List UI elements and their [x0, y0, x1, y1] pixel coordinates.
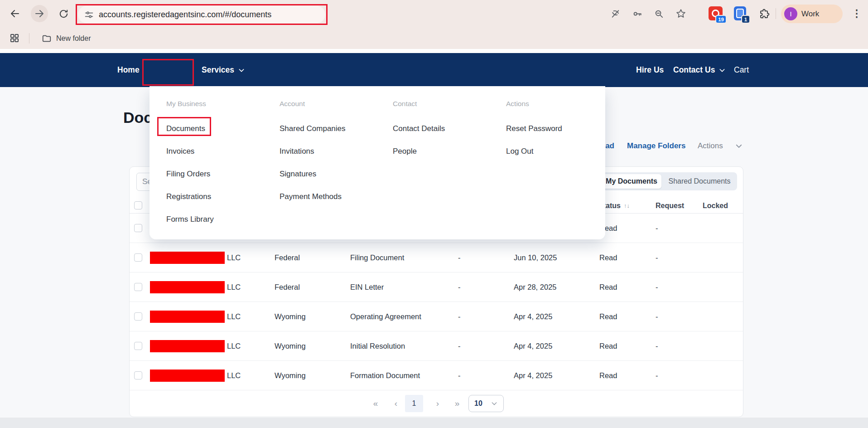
redacted-company-name: [150, 311, 225, 323]
redacted-company-name: [150, 281, 225, 293]
profile-chip[interactable]: I Work: [781, 5, 843, 23]
site-settings-icon: [84, 10, 94, 19]
menu-section-contact: Contact: [393, 100, 417, 108]
extension-badge: 1: [741, 15, 750, 24]
actions-menu-button[interactable]: Actions: [698, 140, 743, 152]
row-checkbox[interactable]: [134, 283, 142, 291]
manage-folders-link[interactable]: Manage Folders: [627, 140, 685, 152]
select-all-checkbox[interactable]: [134, 201, 142, 209]
pagination-next[interactable]: ›: [432, 395, 443, 412]
back-arrow-icon: [10, 8, 20, 19]
menu-item-registrations[interactable]: Registrations: [166, 191, 211, 202]
menu-item-filing-orders[interactable]: Filing Orders: [166, 169, 210, 180]
reload-icon: [58, 9, 69, 19]
folder-icon: [42, 34, 52, 44]
cell-company-suffix: LLC: [227, 302, 241, 331]
tab-my-documents[interactable]: My Documents: [602, 174, 661, 189]
extension-icon-target[interactable]: 19: [709, 6, 723, 20]
menu-item-reset-password[interactable]: Reset Password: [506, 123, 562, 134]
page-top-gap: [0, 49, 868, 53]
cell-status: Read: [599, 272, 617, 302]
row-checkbox[interactable]: [134, 224, 142, 232]
table-row[interactable]: LLC Wyoming Initial Resolution - Apr 4, …: [130, 331, 743, 361]
kebab-glyph: ⋮: [852, 8, 862, 19]
puzzle-icon: [759, 8, 770, 19]
pagination-first[interactable]: «: [369, 395, 382, 412]
toolbar-divider: [776, 8, 776, 19]
menu-item-contact-details[interactable]: Contact Details: [393, 123, 445, 134]
cell-request: -: [656, 302, 658, 331]
cell-doc-type: Filing Document: [350, 243, 404, 272]
tab-shared-documents[interactable]: Shared Documents: [663, 172, 736, 190]
row-checkbox[interactable]: [134, 371, 142, 379]
browser-menu-kebab-icon[interactable]: ⋮: [848, 5, 865, 22]
apps-grid-icon[interactable]: [9, 33, 20, 44]
menu-item-shared-companies[interactable]: Shared Companies: [280, 123, 346, 134]
cell-request: -: [656, 331, 658, 361]
sort-icon[interactable]: ↑↓: [624, 202, 630, 209]
pagination-prev[interactable]: ‹: [391, 395, 401, 412]
nav-home[interactable]: Home: [117, 53, 140, 87]
pagination-current-page[interactable]: 1: [405, 395, 423, 412]
menu-section-my-business: My Business: [166, 100, 206, 108]
password-manager-icon[interactable]: [628, 5, 646, 22]
browser-back-button[interactable]: [6, 5, 24, 22]
site-navbar: Home Services Hire Us Contact Us Cart: [0, 53, 868, 87]
extension-badge: 19: [715, 15, 727, 24]
menu-item-log-out[interactable]: Log Out: [506, 146, 534, 157]
account-menu: My Business Documents Invoices Filing Or…: [149, 86, 605, 239]
nav-hire-us[interactable]: Hire Us: [636, 53, 664, 87]
url-text[interactable]: accounts.registeredagentsinc.com/#/docum…: [99, 10, 271, 19]
cell-company-suffix: LLC: [227, 331, 241, 361]
bookmark-star-icon[interactable]: [672, 5, 690, 22]
menu-item-invoices[interactable]: Invoices: [166, 146, 194, 157]
cell-doc-type: Initial Resolution: [350, 331, 405, 361]
menu-item-documents[interactable]: Documents: [166, 123, 205, 134]
table-row[interactable]: LLC Wyoming Operating Agreement - Apr 4,…: [130, 302, 743, 331]
extensions-puzzle-icon[interactable]: [756, 5, 773, 22]
menu-item-forms-library[interactable]: Forms Library: [166, 214, 214, 225]
tracking-protection-icon[interactable]: [607, 5, 624, 22]
extension-icon-card[interactable]: 1: [734, 6, 746, 20]
nav-services[interactable]: Services: [202, 53, 245, 87]
browser-forward-button[interactable]: [31, 5, 48, 22]
row-checkbox[interactable]: [134, 253, 142, 262]
row-checkbox[interactable]: [134, 312, 142, 321]
cell-doc-type: Formation Document: [350, 361, 420, 390]
tab-label: Shared Documents: [669, 177, 731, 185]
browser-reload-button[interactable]: [55, 5, 72, 22]
zoom-indicator-icon[interactable]: [650, 5, 667, 22]
page-size-select[interactable]: 10: [468, 395, 504, 412]
cell-date: Apr 4, 2025: [514, 331, 552, 361]
menu-section-actions: Actions: [506, 100, 529, 108]
cell-folder: -: [458, 243, 461, 272]
menu-item-payment-methods[interactable]: Payment Methods: [280, 191, 342, 202]
table-row[interactable]: LLC Wyoming Formation Document - Apr 4, …: [130, 361, 743, 390]
cell-date: Apr 4, 2025: [514, 302, 552, 331]
cell-status: Read: [599, 243, 617, 272]
page-size-value: 10: [474, 399, 482, 408]
nav-contact-us[interactable]: Contact Us: [673, 53, 726, 87]
profile-name: Work: [801, 10, 819, 19]
menu-item-people[interactable]: People: [393, 146, 417, 157]
url-bar[interactable]: accounts.registeredagentsinc.com/#/docum…: [78, 6, 325, 23]
table-row[interactable]: LLC Federal EIN Letter - Apr 28, 2025 Re…: [130, 272, 743, 302]
cell-jurisdiction: Federal: [275, 243, 300, 272]
cell-jurisdiction: Federal: [275, 272, 300, 302]
column-header-locked[interactable]: Locked: [703, 198, 728, 214]
cell-request: -: [656, 272, 658, 302]
nav-cart[interactable]: Cart: [734, 53, 749, 87]
menu-item-signatures[interactable]: Signatures: [280, 169, 316, 180]
column-header-request[interactable]: Request: [656, 198, 684, 214]
cell-company-suffix: LLC: [227, 361, 241, 390]
bookmark-label: New folder: [56, 34, 91, 43]
bookmark-new-folder[interactable]: New folder: [38, 31, 94, 45]
row-checkbox[interactable]: [134, 342, 142, 350]
header-label: Locked: [703, 202, 728, 210]
menu-item-invitations[interactable]: Invitations: [280, 146, 314, 157]
chevron-down-icon: [238, 67, 245, 74]
cell-jurisdiction: Wyoming: [275, 331, 306, 361]
table-row[interactable]: LLC Federal Filing Document - Jun 10, 20…: [130, 243, 743, 272]
cell-date: Apr 4, 2025: [514, 361, 552, 390]
pagination-last[interactable]: »: [449, 395, 465, 412]
